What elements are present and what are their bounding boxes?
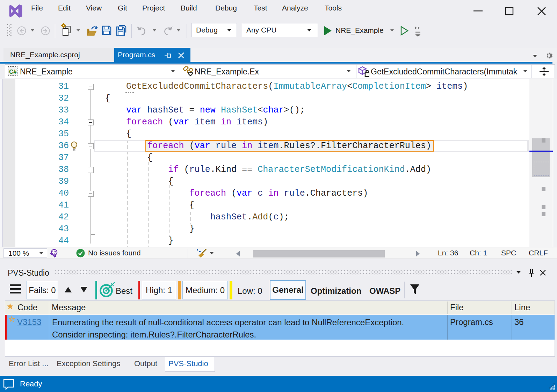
svg-text:C#: C# <box>9 68 17 75</box>
